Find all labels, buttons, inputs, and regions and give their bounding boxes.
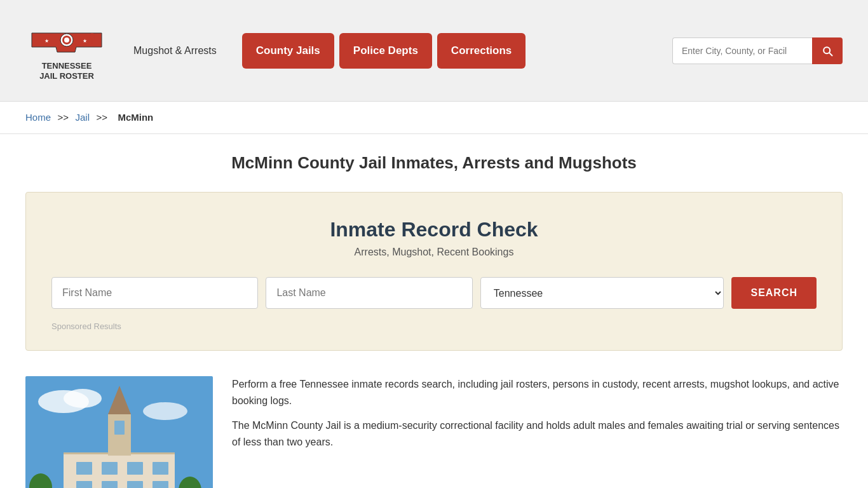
- svg-rect-15: [102, 462, 118, 475]
- record-search-row: Tennessee SEARCH: [51, 277, 817, 309]
- description-para2: The McMinn County Jail is a medium-secur…: [232, 417, 843, 450]
- svg-rect-24: [108, 414, 131, 456]
- building-image: [25, 376, 213, 488]
- breadcrumb-sep2: >>: [96, 112, 107, 123]
- record-check-subtitle: Arrests, Mugshot, Recent Bookings: [51, 247, 817, 258]
- inmate-record-check-box: Inmate Record Check Arrests, Mugshot, Re…: [25, 192, 843, 351]
- svg-text:★: ★: [83, 38, 87, 44]
- svg-rect-21: [153, 481, 168, 488]
- header-search-input[interactable]: [672, 37, 812, 64]
- mugshot-arrests-link[interactable]: Mugshot & Arrests: [133, 45, 217, 57]
- corrections-button[interactable]: Corrections: [437, 33, 526, 69]
- svg-rect-17: [153, 462, 168, 475]
- state-select[interactable]: Tennessee: [480, 277, 724, 309]
- svg-rect-20: [127, 481, 143, 488]
- police-depts-button[interactable]: Police Depts: [339, 33, 432, 69]
- breadcrumb-jail[interactable]: Jail: [75, 112, 90, 123]
- main-content: McMinn County Jail Inmates, Arrests and …: [0, 134, 868, 488]
- nav-buttons: County Jails Police Depts Corrections: [242, 33, 526, 69]
- record-check-title: Inmate Record Check: [51, 218, 817, 241]
- building-svg: [25, 376, 213, 488]
- page-title: McMinn County Jail Inmates, Arrests and …: [25, 153, 843, 173]
- svg-point-11: [143, 402, 187, 420]
- svg-rect-14: [76, 462, 92, 475]
- svg-point-3: [64, 37, 69, 43]
- breadcrumb-current: McMinn: [118, 112, 153, 123]
- search-icon: [821, 44, 834, 57]
- logo-text: TENNESSEE JAIL ROSTER: [39, 61, 94, 81]
- record-search-button[interactable]: SEARCH: [731, 277, 817, 309]
- header-search-button[interactable]: [812, 37, 843, 64]
- first-name-input[interactable]: [51, 277, 258, 309]
- description-para1: Perform a free Tennessee inmate records …: [232, 376, 843, 409]
- bottom-section: Perform a free Tennessee inmate records …: [25, 376, 843, 488]
- svg-text:★: ★: [44, 38, 49, 44]
- logo-icon: ★ ★: [25, 20, 108, 58]
- svg-rect-19: [102, 481, 118, 488]
- svg-rect-18: [76, 481, 92, 488]
- breadcrumb: Home >> Jail >> McMinn: [0, 102, 868, 134]
- logo-area: ★ ★ TENNESSEE JAIL ROSTER: [25, 20, 108, 81]
- svg-point-10: [64, 389, 102, 408]
- county-jails-button[interactable]: County Jails: [242, 33, 334, 69]
- svg-rect-26: [114, 421, 125, 435]
- last-name-input[interactable]: [266, 277, 472, 309]
- site-header: ★ ★ TENNESSEE JAIL ROSTER Mugshot & Arre…: [0, 0, 868, 102]
- header-search-area: [672, 37, 843, 64]
- breadcrumb-home[interactable]: Home: [25, 112, 51, 123]
- svg-rect-16: [127, 462, 143, 475]
- sponsored-label: Sponsored Results: [51, 322, 817, 331]
- breadcrumb-sep1: >>: [57, 112, 69, 123]
- description-text: Perform a free Tennessee inmate records …: [232, 376, 843, 459]
